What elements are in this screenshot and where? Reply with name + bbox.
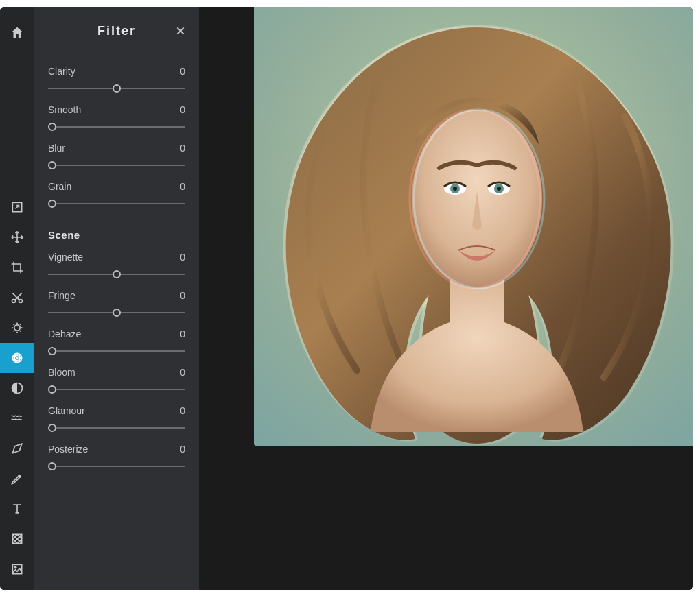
svg-point-24 xyxy=(453,187,457,191)
tool-export[interactable] xyxy=(0,192,34,222)
svg-point-11 xyxy=(19,355,20,357)
tool-filter[interactable] xyxy=(0,343,34,373)
slider-clarity: Clarity0 xyxy=(48,66,185,93)
tool-rail xyxy=(0,7,34,590)
svg-point-5 xyxy=(16,357,18,359)
slider-label-row: Fringe0 xyxy=(48,290,185,301)
tool-liquify[interactable] xyxy=(0,403,34,433)
slider-label: Clarity xyxy=(48,66,75,77)
slider-track[interactable] xyxy=(48,423,185,433)
svg-point-17 xyxy=(14,566,16,568)
slider-track-line xyxy=(48,126,185,128)
slider-fringe: Fringe0 xyxy=(48,290,185,317)
slider-label: Fringe xyxy=(48,290,75,301)
slider-value: 0 xyxy=(180,405,185,416)
slider-blur: Blur0 xyxy=(48,143,185,170)
slider-label-row: Posterize0 xyxy=(48,444,185,455)
slider-label-row: Vignette0 xyxy=(48,252,185,263)
slider-track-line xyxy=(48,165,185,166)
vignette-tool-icon xyxy=(10,381,24,395)
liquify-icon xyxy=(10,411,24,425)
export-icon xyxy=(10,200,24,214)
text-icon xyxy=(10,502,24,516)
slider-label: Glamour xyxy=(48,405,85,416)
slider-label-row: Bloom0 xyxy=(48,367,185,378)
slider-track[interactable] xyxy=(48,160,185,170)
slider-glamour: Glamour0 xyxy=(48,405,185,433)
slider-thumb[interactable] xyxy=(48,385,56,394)
tool-adjust[interactable] xyxy=(0,313,34,343)
tool-pattern[interactable] xyxy=(0,524,34,554)
slider-thumb[interactable] xyxy=(48,347,56,355)
slider-value: 0 xyxy=(180,143,185,154)
filter-icon xyxy=(10,351,24,365)
slider-track[interactable] xyxy=(48,385,185,394)
svg-point-7 xyxy=(16,360,18,361)
slider-thumb[interactable] xyxy=(48,424,56,432)
slider-track[interactable] xyxy=(48,461,185,471)
slider-thumb[interactable] xyxy=(48,123,56,131)
slider-group-scene: Vignette0Fringe0Dehaze0Bloom0Glamour0Pos… xyxy=(48,252,185,471)
slider-track[interactable] xyxy=(48,122,185,132)
tool-draw[interactable] xyxy=(0,464,34,494)
slider-track-line xyxy=(48,427,185,429)
slider-label: Dehaze xyxy=(48,328,81,339)
panel-close-button[interactable] xyxy=(173,23,188,38)
slider-track-line xyxy=(48,350,185,352)
section-title-scene: Scene xyxy=(48,229,185,241)
tool-crop[interactable] xyxy=(0,252,34,283)
home-button[interactable] xyxy=(3,19,31,47)
slider-label-row: Glamour0 xyxy=(48,405,185,416)
slider-label-row: Grain0 xyxy=(48,181,185,192)
svg-point-6 xyxy=(16,355,18,356)
slider-value: 0 xyxy=(180,367,185,378)
pattern-icon xyxy=(10,532,24,546)
slider-track[interactable] xyxy=(48,308,185,317)
slider-track-line xyxy=(48,466,185,467)
slider-track[interactable] xyxy=(48,199,185,208)
slider-thumb[interactable] xyxy=(113,309,121,317)
slider-label: Bloom xyxy=(48,367,75,378)
slider-value: 0 xyxy=(180,181,185,192)
slider-label-row: Blur0 xyxy=(48,143,185,154)
panel-title: Filter xyxy=(97,24,136,38)
filter-panel: Filter Clarity0Smooth0Blur0Grain0 Scene … xyxy=(34,7,199,590)
slider-thumb[interactable] xyxy=(48,200,56,208)
slider-label: Vignette xyxy=(48,252,83,263)
slider-thumb[interactable] xyxy=(48,161,56,169)
slider-value: 0 xyxy=(180,252,185,263)
slider-value: 0 xyxy=(180,104,185,115)
close-icon xyxy=(175,25,186,36)
panel-header: Filter xyxy=(48,7,185,55)
slider-label-row: Clarity0 xyxy=(48,66,185,77)
adjust-icon xyxy=(10,321,24,335)
home-icon xyxy=(10,25,25,40)
slider-value: 0 xyxy=(180,328,185,339)
tool-move[interactable] xyxy=(0,222,34,252)
slider-track[interactable] xyxy=(48,84,185,93)
app-window: Filter Clarity0Smooth0Blur0Grain0 Scene … xyxy=(0,7,693,590)
tool-heal[interactable] xyxy=(0,433,34,464)
slider-thumb[interactable] xyxy=(113,270,121,278)
svg-point-3 xyxy=(14,325,20,331)
image-preview xyxy=(254,7,693,446)
slider-thumb[interactable] xyxy=(48,462,56,470)
slider-track[interactable] xyxy=(48,346,185,356)
crop-icon xyxy=(10,261,24,274)
tool-text[interactable] xyxy=(0,494,34,524)
tool-vignette[interactable] xyxy=(0,373,34,403)
slider-group-top: Clarity0Smooth0Blur0Grain0 xyxy=(48,66,185,208)
slider-label: Smooth xyxy=(48,104,81,115)
tool-cut[interactable] xyxy=(0,283,34,313)
slider-thumb[interactable] xyxy=(113,84,121,93)
slider-track[interactable] xyxy=(48,269,185,279)
canvas-area[interactable] xyxy=(199,7,693,590)
slider-value: 0 xyxy=(180,66,185,77)
slider-label: Posterize xyxy=(48,444,88,455)
tool-image[interactable] xyxy=(0,554,34,584)
slider-label-row: Dehaze0 xyxy=(48,328,185,339)
slider-smooth: Smooth0 xyxy=(48,104,185,132)
image-icon xyxy=(10,562,24,576)
slider-dehaze: Dehaze0 xyxy=(48,328,185,356)
slider-value: 0 xyxy=(180,290,185,301)
